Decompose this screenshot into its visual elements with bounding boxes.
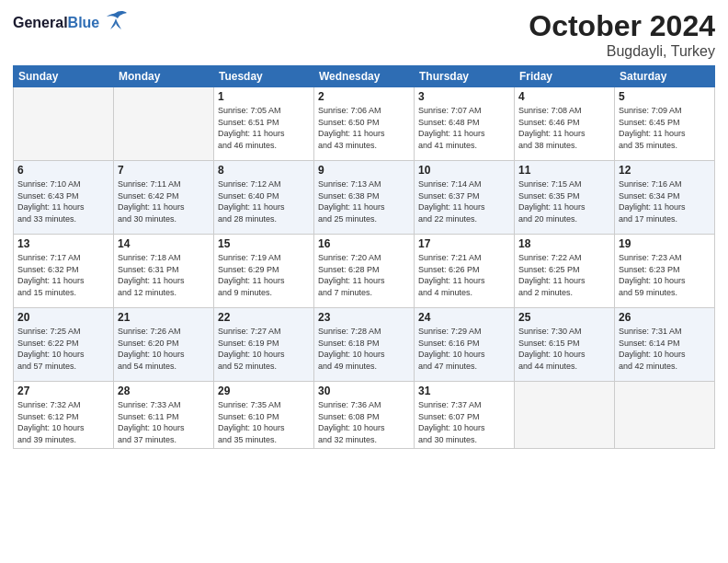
table-row: 11Sunrise: 7:15 AMSunset: 6:35 PMDayligh…: [515, 161, 615, 235]
day-number: 11: [518, 164, 610, 177]
day-number: 29: [218, 385, 310, 397]
day-info: Sunrise: 7:13 AMSunset: 6:38 PMDaylight:…: [318, 178, 410, 224]
day-number: 6: [17, 164, 109, 177]
day-number: 26: [619, 311, 711, 324]
day-info: Sunrise: 7:10 AMSunset: 6:43 PMDaylight:…: [17, 178, 109, 224]
table-row: 23Sunrise: 7:28 AMSunset: 6:18 PMDayligh…: [314, 308, 415, 382]
table-row: 21Sunrise: 7:26 AMSunset: 6:20 PMDayligh…: [114, 308, 214, 382]
day-number: 30: [318, 385, 410, 397]
table-row: 18Sunrise: 7:22 AMSunset: 6:25 PMDayligh…: [515, 235, 615, 308]
table-row: 1Sunrise: 7:05 AMSunset: 6:51 PMDaylight…: [214, 87, 314, 161]
table-row: [14, 87, 114, 161]
logo-bird-icon: [103, 9, 129, 36]
table-row: 28Sunrise: 7:33 AMSunset: 6:11 PMDayligh…: [114, 382, 214, 449]
table-row: 2Sunrise: 7:06 AMSunset: 6:50 PMDaylight…: [314, 87, 415, 161]
table-row: 31Sunrise: 7:37 AMSunset: 6:07 PMDayligh…: [415, 382, 515, 449]
table-row: 15Sunrise: 7:19 AMSunset: 6:29 PMDayligh…: [214, 235, 314, 308]
calendar-week-row: 1Sunrise: 7:05 AMSunset: 6:51 PMDaylight…: [14, 87, 715, 161]
day-number: 20: [17, 311, 109, 324]
day-info: Sunrise: 7:07 AMSunset: 6:48 PMDaylight:…: [418, 105, 510, 151]
header-saturday: Saturday: [615, 66, 715, 87]
table-row: 8Sunrise: 7:12 AMSunset: 6:40 PMDaylight…: [214, 161, 314, 235]
day-info: Sunrise: 7:27 AMSunset: 6:19 PMDaylight:…: [218, 326, 310, 372]
header-friday: Friday: [515, 66, 615, 87]
day-info: Sunrise: 7:20 AMSunset: 6:28 PMDaylight:…: [318, 252, 410, 298]
header-wednesday: Wednesday: [314, 66, 415, 87]
day-info: Sunrise: 7:31 AMSunset: 6:14 PMDaylight:…: [619, 326, 711, 372]
calendar-week-row: 6Sunrise: 7:10 AMSunset: 6:43 PMDaylight…: [14, 161, 715, 235]
day-info: Sunrise: 7:17 AMSunset: 6:32 PMDaylight:…: [17, 252, 109, 298]
calendar-week-row: 13Sunrise: 7:17 AMSunset: 6:32 PMDayligh…: [14, 235, 715, 308]
day-info: Sunrise: 7:25 AMSunset: 6:22 PMDaylight:…: [17, 326, 109, 372]
day-info: Sunrise: 7:05 AMSunset: 6:51 PMDaylight:…: [218, 105, 310, 151]
table-row: 25Sunrise: 7:30 AMSunset: 6:15 PMDayligh…: [515, 308, 615, 382]
day-info: Sunrise: 7:09 AMSunset: 6:45 PMDaylight:…: [619, 105, 711, 151]
table-row: [114, 87, 214, 161]
day-info: Sunrise: 7:15 AMSunset: 6:35 PMDaylight:…: [518, 178, 610, 224]
day-number: 16: [318, 237, 410, 250]
day-info: Sunrise: 7:06 AMSunset: 6:50 PMDaylight:…: [318, 105, 410, 151]
day-number: 19: [619, 237, 711, 250]
table-row: 12Sunrise: 7:16 AMSunset: 6:34 PMDayligh…: [615, 161, 715, 235]
day-info: Sunrise: 7:23 AMSunset: 6:23 PMDaylight:…: [619, 252, 711, 298]
day-number: 9: [318, 164, 410, 177]
day-number: 25: [518, 311, 610, 324]
table-row: 10Sunrise: 7:14 AMSunset: 6:37 PMDayligh…: [415, 161, 515, 235]
day-info: Sunrise: 7:36 AMSunset: 6:08 PMDaylight:…: [318, 399, 410, 445]
table-row: [515, 382, 615, 449]
day-number: 4: [518, 90, 610, 103]
table-row: 26Sunrise: 7:31 AMSunset: 6:14 PMDayligh…: [615, 308, 715, 382]
table-row: 30Sunrise: 7:36 AMSunset: 6:08 PMDayligh…: [314, 382, 415, 449]
day-info: Sunrise: 7:32 AMSunset: 6:12 PMDaylight:…: [17, 399, 109, 445]
day-info: Sunrise: 7:30 AMSunset: 6:15 PMDaylight:…: [518, 326, 610, 372]
day-info: Sunrise: 7:21 AMSunset: 6:26 PMDaylight:…: [418, 252, 510, 298]
calendar-week-row: 27Sunrise: 7:32 AMSunset: 6:12 PMDayligh…: [14, 382, 715, 449]
day-number: 1: [218, 90, 310, 103]
table-row: 20Sunrise: 7:25 AMSunset: 6:22 PMDayligh…: [14, 308, 114, 382]
title-block: October 2024 Bugdayli, Turkey: [529, 9, 715, 60]
day-number: 14: [118, 237, 210, 250]
day-number: 7: [118, 164, 210, 177]
header-thursday: Thursday: [415, 66, 515, 87]
calendar-week-row: 20Sunrise: 7:25 AMSunset: 6:22 PMDayligh…: [14, 308, 715, 382]
table-row: 16Sunrise: 7:20 AMSunset: 6:28 PMDayligh…: [314, 235, 415, 308]
day-number: 18: [518, 237, 610, 250]
day-info: Sunrise: 7:28 AMSunset: 6:18 PMDaylight:…: [318, 326, 410, 372]
table-row: 24Sunrise: 7:29 AMSunset: 6:16 PMDayligh…: [415, 308, 515, 382]
table-row: 5Sunrise: 7:09 AMSunset: 6:45 PMDaylight…: [615, 87, 715, 161]
day-number: 31: [418, 385, 510, 397]
day-info: Sunrise: 7:12 AMSunset: 6:40 PMDaylight:…: [218, 178, 310, 224]
table-row: [615, 382, 715, 449]
day-info: Sunrise: 7:22 AMSunset: 6:25 PMDaylight:…: [518, 252, 610, 298]
day-info: Sunrise: 7:08 AMSunset: 6:46 PMDaylight:…: [518, 105, 610, 151]
table-row: 13Sunrise: 7:17 AMSunset: 6:32 PMDayligh…: [14, 235, 114, 308]
day-info: Sunrise: 7:18 AMSunset: 6:31 PMDaylight:…: [118, 252, 210, 298]
day-number: 22: [218, 311, 310, 324]
table-row: 22Sunrise: 7:27 AMSunset: 6:19 PMDayligh…: [214, 308, 314, 382]
calendar-table: Sunday Monday Tuesday Wednesday Thursday…: [13, 65, 715, 449]
header-monday: Monday: [114, 66, 214, 87]
day-number: 27: [17, 385, 109, 397]
day-info: Sunrise: 7:26 AMSunset: 6:20 PMDaylight:…: [118, 326, 210, 372]
day-info: Sunrise: 7:35 AMSunset: 6:10 PMDaylight:…: [218, 399, 310, 445]
weekday-header-row: Sunday Monday Tuesday Wednesday Thursday…: [14, 66, 715, 87]
day-number: 28: [118, 385, 210, 397]
day-number: 23: [318, 311, 410, 324]
table-row: 3Sunrise: 7:07 AMSunset: 6:48 PMDaylight…: [415, 87, 515, 161]
table-row: 27Sunrise: 7:32 AMSunset: 6:12 PMDayligh…: [14, 382, 114, 449]
table-row: 29Sunrise: 7:35 AMSunset: 6:10 PMDayligh…: [214, 382, 314, 449]
location: Bugdayli, Turkey: [529, 43, 715, 60]
table-row: 17Sunrise: 7:21 AMSunset: 6:26 PMDayligh…: [415, 235, 515, 308]
logo: GeneralBlue: [13, 9, 129, 36]
logo-blue: Blue: [68, 15, 100, 30]
table-row: 6Sunrise: 7:10 AMSunset: 6:43 PMDaylight…: [14, 161, 114, 235]
day-number: 15: [218, 237, 310, 250]
header-sunday: Sunday: [14, 66, 114, 87]
day-number: 5: [619, 90, 711, 103]
day-info: Sunrise: 7:14 AMSunset: 6:37 PMDaylight:…: [418, 178, 510, 224]
day-number: 2: [318, 90, 410, 103]
table-row: 14Sunrise: 7:18 AMSunset: 6:31 PMDayligh…: [114, 235, 214, 308]
day-info: Sunrise: 7:37 AMSunset: 6:07 PMDaylight:…: [418, 399, 510, 445]
day-number: 17: [418, 237, 510, 250]
day-number: 24: [418, 311, 510, 324]
